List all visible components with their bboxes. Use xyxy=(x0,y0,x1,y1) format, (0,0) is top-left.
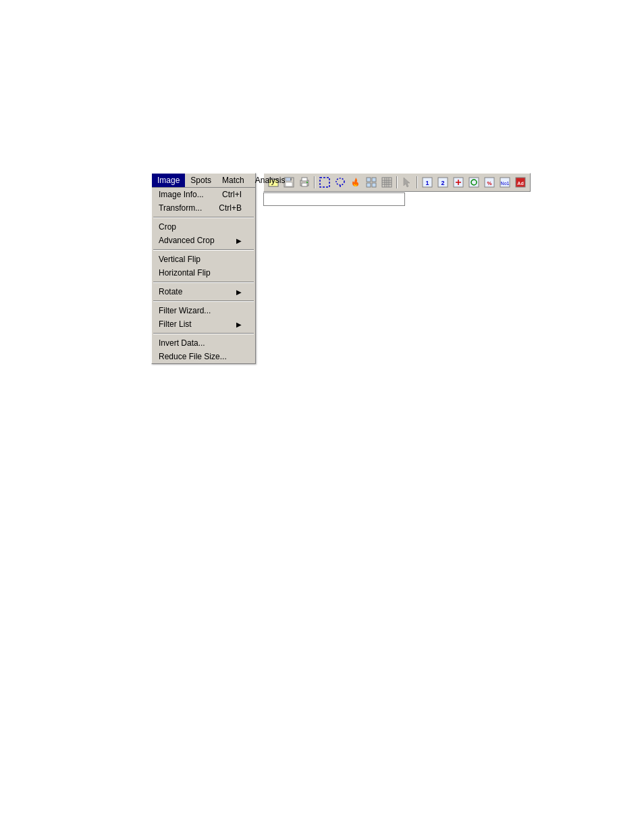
svg-rect-15 xyxy=(367,183,371,187)
svg-text:Ad: Ad xyxy=(517,181,523,186)
toolbar-btn-r1[interactable]: 1 xyxy=(420,175,435,190)
grid-button-1[interactable] xyxy=(364,175,379,190)
svg-point-10 xyxy=(306,182,308,183)
svg-rect-14 xyxy=(372,178,376,182)
toolbar-btn-r7[interactable]: Ad xyxy=(513,175,528,190)
toolbar-sep-3 xyxy=(417,176,418,188)
menu-separator-4 xyxy=(153,301,254,302)
menu-item-image[interactable]: Image xyxy=(152,174,185,187)
menu-separator-5 xyxy=(153,333,254,334)
menu-separator-2 xyxy=(153,249,254,251)
svg-rect-16 xyxy=(372,183,376,187)
toolbar-btn-r2[interactable]: 2 xyxy=(435,175,450,190)
menu-horizontal-flip[interactable]: Horizontal Flip xyxy=(152,266,255,280)
toolbar-sep-1 xyxy=(314,176,315,188)
menu-item-spots[interactable]: Spots xyxy=(185,174,217,187)
svg-text:No1: No1 xyxy=(501,181,510,186)
menu-advanced-crop[interactable]: Advanced Crop ▶ xyxy=(152,234,255,247)
print-button[interactable] xyxy=(297,175,312,190)
menu-header-row: Image Spots Match Analysis xyxy=(152,174,255,188)
menu-item-analysis[interactable]: Analysis xyxy=(250,174,291,187)
menu-separator-1 xyxy=(153,217,254,218)
svg-text:2: 2 xyxy=(441,180,444,186)
svg-text:1: 1 xyxy=(425,180,429,186)
menu-vertical-flip[interactable]: Vertical Flip xyxy=(152,253,255,266)
svg-text:%: % xyxy=(487,180,491,186)
menu-item-match[interactable]: Match xyxy=(217,174,250,187)
toolbar-btn-r3[interactable] xyxy=(451,175,466,190)
grid-button-2[interactable] xyxy=(379,175,394,190)
menu-filter-wizard[interactable]: Filter Wizard... xyxy=(152,304,255,317)
menu-transform[interactable]: Transform... Ctrl+B xyxy=(152,201,255,215)
pointer-button[interactable] xyxy=(400,175,414,190)
image-menu-dropdown: Image Spots Match Analysis Image Info...… xyxy=(151,173,256,364)
menu-image-info[interactable]: Image Info... Ctrl+I xyxy=(152,188,255,201)
menu-separator-3 xyxy=(153,282,254,283)
svg-rect-8 xyxy=(302,178,307,181)
menu-filter-list[interactable]: Filter List ▶ xyxy=(152,317,255,331)
toolbar-sep-2 xyxy=(396,176,398,188)
toolbar-btn-r4[interactable] xyxy=(466,175,481,190)
svg-rect-13 xyxy=(367,178,371,182)
lasso-button[interactable] xyxy=(333,175,348,190)
svg-rect-31 xyxy=(469,178,479,187)
menu-rotate[interactable]: Rotate ▶ xyxy=(152,285,255,298)
main-toolbar: 1 2 % No1 Ad xyxy=(263,173,531,192)
menu-crop[interactable]: Crop xyxy=(152,220,255,234)
select-button[interactable] xyxy=(317,175,332,190)
svg-rect-9 xyxy=(302,183,307,186)
toolbar-btn-r6[interactable]: No1 xyxy=(498,175,512,190)
toolbar-dropdown[interactable] xyxy=(263,192,405,206)
svg-point-12 xyxy=(336,178,344,185)
analyze-button[interactable] xyxy=(348,175,363,190)
menu-invert-data[interactable]: Invert Data... xyxy=(152,336,255,350)
menu-reduce-file-size[interactable]: Reduce File Size... xyxy=(152,350,255,363)
toolbar-btn-r5[interactable]: % xyxy=(482,175,497,190)
svg-rect-11 xyxy=(320,178,329,187)
